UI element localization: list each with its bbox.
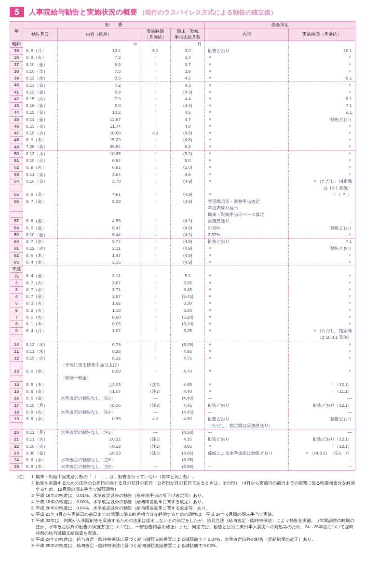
rec-content: 4.58: [57, 218, 140, 225]
rec-timing: [140, 334, 171, 341]
rec-timing: 〃: [140, 61, 171, 68]
rec-date: 8.13（金）: [23, 82, 57, 89]
year-cell: 60: [10, 239, 23, 245]
diet-timing: 〃: [289, 314, 355, 321]
diet-content: 期末・勤勉手当旧ベース算定: [205, 212, 289, 218]
rec-date: 8. 8（木）: [23, 381, 57, 388]
rec-content: 0.08: [57, 368, 140, 375]
rec-content: 3.71: [57, 286, 140, 293]
diet-timing: 〃: [289, 82, 355, 89]
rec-date: 8.15（火）: [23, 95, 57, 102]
diet-content: 実施見送り: [205, 218, 289, 225]
year-cell: 61: [10, 245, 23, 252]
year-cell: 3: [10, 286, 23, 293]
year-cell: 63: [10, 259, 23, 266]
diet-timing: —: [289, 429, 355, 436]
diet-timing: —: [289, 457, 355, 464]
rec-timing: 〃: [140, 328, 171, 334]
note-text: 勧告を実施するための法律の公布日の属する月の翌月の初日（公布日が月の初日であると…: [36, 480, 355, 493]
rec-content: 6.47: [57, 225, 140, 231]
year-cell: [10, 205, 23, 211]
diet-timing: 〃（12.1）: [289, 381, 355, 388]
unit-month: 月: [171, 40, 205, 47]
rec-bonus: 4.50: [171, 416, 205, 423]
rec-content: 7.5: [57, 68, 140, 75]
rec-content: 10.85: [57, 150, 140, 157]
diet-content: 〃: [205, 355, 289, 361]
rec-bonus: 5.45: [171, 286, 205, 293]
th-recommendation: 勧 告: [23, 22, 205, 28]
diet-content: 〃: [205, 178, 289, 185]
rec-timing: 〃: [140, 294, 171, 300]
note-number: 4: [29, 499, 36, 505]
rec-bonus: 3.7: [171, 61, 205, 68]
rec-date: 8. 8（水）: [23, 416, 57, 423]
diet-timing: 〃: [289, 368, 355, 375]
year-cell: 54: [10, 178, 23, 185]
diet-content: 〃: [205, 245, 289, 252]
rec-bonus: 5.1: [171, 273, 205, 280]
rec-bonus: [171, 205, 205, 211]
year-cell: 25: [10, 464, 23, 470]
rec-content: [57, 185, 140, 191]
diet-content: 〃: [205, 130, 289, 137]
rec-content: 6.94: [57, 158, 140, 164]
year-cell: [10, 185, 23, 191]
rec-timing: 〃: [140, 231, 171, 238]
rec-timing: 〃: [140, 75, 171, 82]
rec-bonus: (4.9): [171, 239, 205, 245]
rec-bonus: 4.40: [171, 388, 205, 395]
th-diet: 国会決定: [205, 22, 355, 28]
rec-date: 8.12（金）: [23, 89, 57, 95]
rec-content: [57, 212, 140, 218]
rec-bonus: [171, 266, 205, 273]
year-cell: 55: [10, 191, 23, 198]
rec-date: 8. 4（金）: [23, 273, 57, 280]
rec-timing: （注2）: [140, 388, 171, 395]
note-text: 平成 25年の較差は、給与改定・臨時特例法に基づく給与減額支給措置による減額前で…: [36, 543, 355, 549]
rec-bonus: (4.9): [171, 191, 205, 198]
year-cell: 58: [10, 225, 23, 231]
year-cell: 50: [10, 150, 23, 157]
rec-timing: 〃: [140, 273, 171, 280]
th-rec-timing: 実施時期 （月例給）: [140, 28, 171, 41]
salary-recommendation-table: 年 勧 告 国会決定 勧告月日 内容（較差） 実施時期 （月例給） 期末・勤勉 …: [10, 21, 355, 471]
rec-timing: 〃: [140, 178, 171, 185]
diet-content: [205, 334, 289, 341]
rec-bonus: (4.50): [171, 429, 205, 436]
rec-timing: 〃: [140, 68, 171, 75]
diet-content: 〃: [205, 307, 289, 314]
rec-bonus: [171, 375, 205, 381]
rec-timing: 〃: [140, 307, 171, 314]
rec-timing: 〃: [140, 103, 171, 109]
diet-content: 2.03%: [205, 225, 289, 231]
year-cell: 13: [10, 368, 23, 375]
diet-timing: 〃: [289, 252, 355, 259]
year-cell: 20: [10, 429, 23, 436]
diet-content: —: [205, 464, 289, 470]
section-number-badge: 5: [10, 7, 24, 17]
rec-timing: 〃: [140, 164, 171, 171]
diet-content: —: [205, 395, 289, 402]
year-cell: 2: [10, 280, 23, 286]
diet-timing: 〃: [289, 130, 355, 137]
diet-content: 〃: [205, 300, 289, 307]
rec-date: 8.12（水）: [23, 75, 57, 82]
rec-content: 7.9: [57, 95, 140, 102]
year-cell: 45: [10, 116, 23, 123]
rec-bonus: 3.95: [171, 443, 205, 450]
rec-date: 8. 6（木）: [23, 252, 57, 259]
diet-timing: 〃: [289, 259, 355, 266]
rec-timing: [140, 185, 171, 191]
rec-timing: 〃: [140, 280, 171, 286]
rec-bonus: (4.40): [171, 395, 205, 402]
rec-date: [23, 375, 57, 381]
diet-content: 〃: [205, 54, 289, 61]
rec-content: 3.67: [57, 280, 140, 286]
diet-timing: [289, 362, 355, 368]
rec-date: 8. 8（火）: [23, 409, 57, 415]
rec-content: 1.18: [57, 307, 140, 314]
year-cell: 16: [10, 395, 23, 402]
rec-date: 8. 8（木）: [23, 464, 57, 470]
diet-content: 〃: [205, 123, 289, 130]
